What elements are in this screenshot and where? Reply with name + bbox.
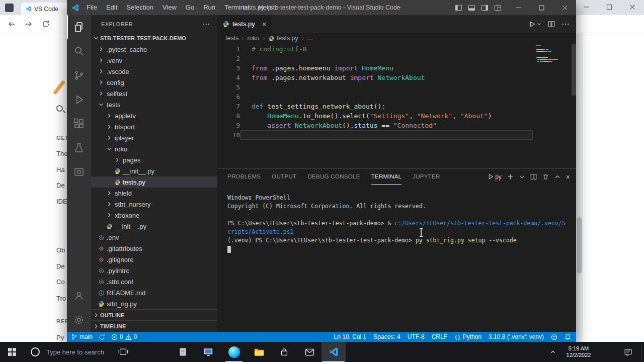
editor-scrollbar[interactable] [572, 44, 576, 96]
tree-item-.venv[interactable]: .venv [91, 55, 217, 66]
code-line-4[interactable]: 4from .pages.networkabout import Network… [217, 73, 576, 82]
pinned-app-2-icon[interactable] [196, 342, 220, 362]
tree-item-xboxone[interactable]: xboxone [91, 210, 217, 221]
panel-tab-terminal[interactable]: TERMINAL [371, 169, 402, 185]
code-line-8[interactable]: 8 HomeMenu.to_home().select("Settings", … [217, 111, 576, 121]
menu-go[interactable]: Go [181, 0, 199, 15]
panel-tab-debug-console[interactable]: DEBUG CONSOLE [307, 169, 360, 185]
split-editor-icon[interactable] [548, 21, 555, 28]
breadcrumb-item[interactable]: roku [247, 35, 259, 42]
code-line-7[interactable]: 7def test_settings_network_about(): [217, 102, 576, 111]
background-scrollbar-thumb[interactable] [577, 217, 582, 274]
browser-forward-icon[interactable] [24, 20, 33, 29]
split-terminal-icon[interactable] [530, 173, 537, 180]
code-line-5[interactable]: 5 [217, 82, 576, 92]
tree-item-README.md[interactable]: README.md [91, 287, 217, 298]
feedback-icon[interactable] [551, 334, 557, 340]
language-mode[interactable]: {} Python [454, 333, 481, 340]
browser-refresh-icon[interactable] [41, 20, 50, 28]
tree-item-stbt_nursery[interactable]: stbt_nursery [91, 199, 217, 210]
microsoft-store-icon[interactable] [272, 342, 296, 362]
menu-file[interactable]: File [82, 0, 102, 15]
menu-edit[interactable]: Edit [102, 0, 122, 15]
menu-view[interactable]: View [158, 0, 181, 15]
show-hidden-icons-button[interactable] [546, 342, 559, 362]
vscode-taskbar-icon[interactable] [321, 342, 346, 362]
tree-item-pages[interactable]: pages [91, 154, 217, 165]
menu-terminal[interactable]: Terminal [220, 0, 254, 15]
tree-item-config[interactable]: config [91, 77, 217, 88]
tree-item-.pylintrc[interactable]: .pylintrc [91, 265, 217, 276]
toggle-secondary-sidebar-icon[interactable] [481, 4, 489, 12]
sync-button[interactable] [99, 334, 105, 340]
git-branch-indicator[interactable]: main [71, 333, 93, 340]
panel-tab-problems[interactable]: PROBLEMS [227, 169, 261, 185]
terminal-dropdown-icon[interactable] [519, 174, 525, 179]
toggle-panel-icon[interactable] [468, 4, 475, 12]
launch-profile-button[interactable]: py [488, 173, 502, 180]
minimap[interactable] [536, 45, 569, 75]
pinned-app-1-icon[interactable] [171, 342, 195, 362]
outline-section[interactable]: OUTLINE [91, 309, 217, 320]
timeline-section[interactable]: TIMELINE [91, 320, 217, 331]
cortana-search-icon[interactable] [25, 342, 45, 362]
minimize-button[interactable] [507, 0, 530, 15]
mail-app-icon[interactable] [297, 342, 321, 362]
background-browser-tab[interactable]: VS Code [21, 3, 71, 15]
tree-item-.gitignore[interactable]: .gitignore [91, 254, 217, 265]
background-pinned-tab-icon[interactable] [5, 4, 14, 12]
tree-item-roku[interactable]: roku [91, 143, 217, 154]
tree-item-__init__.py[interactable]: __init__.py [91, 165, 217, 176]
file-explorer-icon[interactable] [247, 342, 271, 362]
search-sidebar-icon[interactable] [67, 39, 91, 63]
code-line-1[interactable]: 1# coding:utf-8 [217, 44, 576, 54]
tree-item-__init__.py[interactable]: __init__.py [91, 221, 217, 232]
tree-item-.vscode[interactable]: .vscode [91, 66, 217, 77]
more-actions-icon[interactable]: ⋯ [561, 19, 570, 29]
terminal-output[interactable]: Windows PowerShellCopyright (C) Microsof… [217, 185, 576, 332]
run-python-file-button[interactable] [529, 21, 541, 28]
extension-custom-icon[interactable] [67, 160, 91, 184]
tree-item-btsport[interactable]: btsport [91, 121, 217, 132]
taskbar-clock[interactable]: 5:19 AM 12/2/2022 [560, 342, 597, 362]
menu-selection[interactable]: Selection [122, 0, 157, 15]
tree-item-iplayer[interactable]: iplayer [91, 132, 217, 143]
code-line-3[interactable]: 3from .pages.homemenu import HomeMenu [217, 63, 576, 73]
settings-gear-icon[interactable] [67, 308, 91, 332]
run-debug-icon[interactable] [67, 87, 91, 112]
kill-terminal-icon[interactable] [542, 173, 549, 180]
action-center-icon[interactable] [618, 342, 638, 362]
maximize-button[interactable] [530, 0, 553, 15]
panel-tab-output[interactable]: OUTPUT [272, 169, 296, 185]
menu-help[interactable]: Help [254, 0, 276, 15]
tree-item-shield[interactable]: shield [91, 188, 217, 199]
background-minimize-icon[interactable] [583, 4, 589, 10]
task-view-button[interactable] [111, 342, 135, 362]
eol-setting[interactable]: CRLF [432, 333, 447, 340]
source-control-icon[interactable] [67, 63, 91, 87]
code-line-2[interactable]: 2 [217, 54, 576, 63]
editor-tab-tests-py[interactable]: tests.py × [217, 15, 272, 33]
new-terminal-icon[interactable] [507, 173, 514, 180]
maximize-panel-icon[interactable] [554, 174, 560, 180]
close-panel-icon[interactable]: × [566, 173, 570, 181]
background-close-icon[interactable] [629, 4, 635, 10]
encoding-setting[interactable]: UTF-8 [408, 333, 425, 340]
cursor-position[interactable]: Ln 10, Col 1 [334, 333, 367, 340]
code-line-10[interactable]: 10 [217, 130, 576, 140]
toggle-sidebar-icon[interactable] [455, 4, 462, 12]
notifications-bell-icon[interactable] [565, 333, 571, 340]
tree-item-tests[interactable]: tests [91, 99, 217, 110]
show-desktop-button[interactable] [641, 342, 644, 362]
tree-item-.stbt.conf[interactable]: .stbt.conf [91, 276, 217, 287]
breadcrumb-item[interactable]: tests [225, 35, 238, 42]
background-scrollbar[interactable] [576, 33, 583, 342]
edge-browser-icon[interactable] [222, 342, 246, 362]
code-editor[interactable]: 1# coding:utf-823from .pages.homemenu im… [217, 44, 576, 168]
tree-item-selftest[interactable]: selftest [91, 88, 217, 99]
customize-layout-icon[interactable] [494, 4, 502, 12]
background-maximize-icon[interactable] [606, 4, 612, 10]
problems-indicator[interactable]: 0 0 [111, 333, 137, 340]
tree-item-.pytest_cache[interactable]: .pytest_cache [91, 44, 217, 55]
tree-item-tests.py[interactable]: tests.py [91, 176, 217, 188]
